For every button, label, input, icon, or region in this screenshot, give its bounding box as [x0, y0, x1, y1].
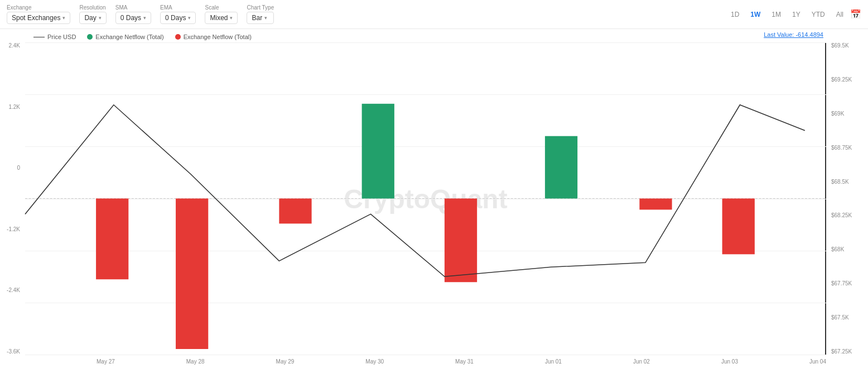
y-right-label-3: $68.75K	[831, 145, 852, 151]
x-label-jun03: Jun 03	[721, 358, 738, 365]
bar-may30	[362, 104, 394, 199]
sma-chevron-icon: ▾	[143, 15, 146, 21]
x-label-may28: May 28	[186, 358, 205, 365]
y-left-label-0: 2.4K	[8, 42, 20, 49]
y-axis-left: 2.4K 1.2K 0 -1.2K -2.4K -3.6K	[0, 42, 22, 355]
calendar-icon[interactable]: 📅	[850, 9, 861, 20]
chart-svg	[25, 42, 826, 355]
time-all-button[interactable]: All	[832, 8, 848, 21]
x-label-may29: May 29	[276, 358, 295, 365]
exchange-chevron-icon: ▾	[62, 15, 65, 21]
sma-label: SMA	[115, 4, 151, 11]
chart-area: CryptoQuant 2.4K 1.2K 0 -1.2K -2.4K -3.6…	[25, 42, 826, 355]
resolution-dropdown-group: Resolution Day ▾	[79, 4, 106, 24]
bar-jun01	[545, 136, 577, 199]
scale-chevron-icon: ▾	[230, 15, 233, 21]
price-line	[25, 105, 805, 276]
legend-netflow-red: Exchange Netflow (Total)	[175, 34, 252, 40]
y-left-label-2: 0	[17, 165, 20, 171]
sma-dropdown-group: SMA 0 Days ▾	[115, 4, 151, 24]
ema-chevron-icon: ▾	[188, 15, 191, 21]
y-right-label-8: $67.5K	[831, 314, 849, 321]
legend-netflow-green: Exchange Netflow (Total)	[87, 34, 163, 40]
x-label-may30: May 30	[365, 358, 384, 365]
scale-dropdown-group: Scale Mixed ▾	[205, 4, 238, 24]
x-label-jun02: Jun 02	[633, 358, 650, 365]
y-right-label-2: $69K	[831, 111, 844, 117]
toolbar-right: 1D 1W 1M 1Y YTD All 📅	[726, 8, 861, 21]
y-right-label-0: $69.5K	[831, 42, 849, 49]
chart-type-dropdown-group: Chart Type Bar ▾	[247, 4, 274, 24]
ema-dropdown[interactable]: 0 Days ▾	[160, 12, 196, 24]
sma-dropdown[interactable]: 0 Days ▾	[115, 12, 151, 24]
legend: Price USD Exchange Netflow (Total) Excha…	[0, 29, 868, 42]
y-right-label-6: $68K	[831, 246, 844, 252]
x-label-jun01: Jun 01	[545, 358, 562, 365]
time-1m-button[interactable]: 1M	[767, 8, 785, 21]
chart-type-chevron-icon: ▾	[264, 15, 267, 21]
legend-netflow-green-label: Exchange Netflow (Total)	[95, 34, 163, 40]
y-right-label-5: $68.25K	[831, 212, 852, 218]
chart-type-dropdown[interactable]: Bar ▾	[247, 12, 274, 24]
scale-label: Scale	[205, 4, 238, 11]
bar-may27	[96, 199, 128, 280]
y-right-label-4: $68.5K	[831, 179, 849, 185]
x-label-may31: May 31	[455, 358, 474, 365]
legend-red-dot	[175, 34, 181, 40]
y-left-label-3: -1.2K	[7, 226, 20, 232]
chart-type-label: Chart Type	[247, 4, 274, 11]
y-left-label-5: -3.6K	[7, 348, 20, 355]
resolution-dropdown[interactable]: Day ▾	[79, 12, 106, 24]
bar-may29	[279, 199, 311, 224]
exchange-dropdown-group: Exchange Spot Exchanges ▾	[7, 4, 70, 24]
y-right-label-7: $67.75K	[831, 280, 852, 286]
legend-green-dot	[87, 34, 93, 40]
x-label-may27: May 27	[97, 358, 115, 365]
toolbar-left: Exchange Spot Exchanges ▾ Resolution Day…	[7, 4, 274, 24]
last-value: Last Value: -614.4894	[764, 31, 823, 38]
scale-dropdown[interactable]: Mixed ▾	[205, 12, 238, 24]
y-axis-right: $69.5K $69.25K $69K $68.75K $68.5K $68.2…	[829, 42, 868, 355]
legend-price: Price USD	[33, 34, 76, 40]
legend-price-label: Price USD	[47, 34, 76, 40]
bar-may31	[445, 199, 477, 283]
resolution-label: Resolution	[79, 4, 106, 11]
exchange-dropdown[interactable]: Spot Exchanges ▾	[7, 12, 70, 24]
time-1w-button[interactable]: 1W	[746, 8, 765, 21]
resolution-chevron-icon: ▾	[99, 15, 102, 21]
time-ytd-button[interactable]: YTD	[807, 8, 830, 21]
ema-dropdown-group: EMA 0 Days ▾	[160, 4, 196, 24]
ema-label: EMA	[160, 4, 196, 11]
y-left-label-4: -2.4K	[7, 287, 20, 293]
y-right-label-9: $67.25K	[831, 348, 852, 355]
x-label-jun04: Jun 04	[809, 358, 826, 365]
y-right-label-1: $69.25K	[831, 77, 852, 83]
exchange-label: Exchange	[7, 4, 70, 11]
time-1y-button[interactable]: 1Y	[788, 8, 805, 21]
legend-netflow-red-label: Exchange Netflow (Total)	[184, 34, 252, 40]
toolbar: Exchange Spot Exchanges ▾ Resolution Day…	[0, 0, 868, 29]
legend-price-line	[33, 37, 45, 37]
bar-may28	[176, 199, 208, 350]
y-left-label-1: 1.2K	[8, 104, 20, 110]
bar-jun02	[639, 199, 672, 210]
bar-jun03	[722, 199, 755, 255]
time-1d-button[interactable]: 1D	[726, 8, 744, 21]
chart-container: Price USD Exchange Netflow (Total) Excha…	[0, 29, 868, 388]
